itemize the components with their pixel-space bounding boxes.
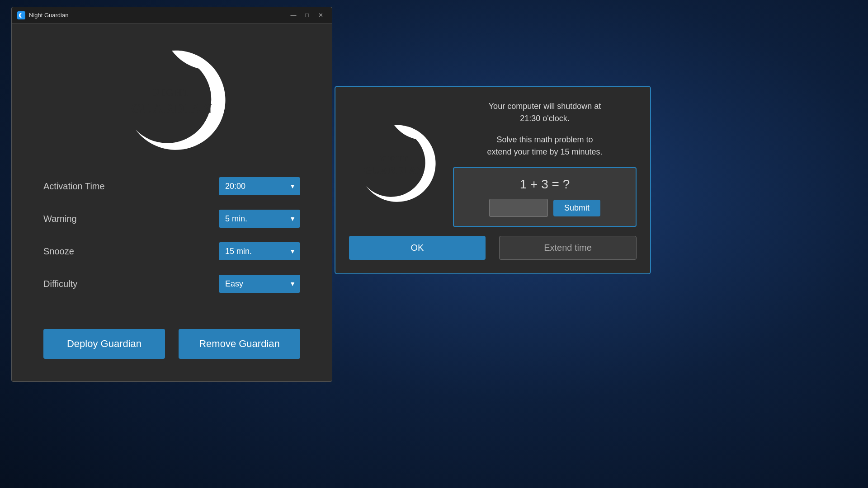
extend-time-button[interactable]: Extend time	[499, 236, 637, 260]
dialog-info: Your computer will shutdown at21:30 o'cl…	[453, 100, 637, 227]
dialog-logo: NIGHT GUARDIAN	[349, 118, 439, 209]
svg-text:GUARDIAN: GUARDIAN	[364, 164, 425, 176]
shutdown-message: Your computer will shutdown at21:30 o'cl…	[453, 100, 637, 125]
app-window: Night Guardian — □ ✕ NIGHT GUARDIAN	[11, 7, 332, 382]
svg-text:NIGHT: NIGHT	[153, 87, 190, 98]
action-buttons: Deploy Guardian Remove Guardian	[30, 329, 314, 359]
activation-time-select[interactable]: 19:00 19:30 20:00 20:30 21:00	[219, 177, 300, 195]
close-button[interactable]: ✕	[315, 10, 326, 20]
app-content: NIGHT GUARDIAN Activation Time 19:00 19:…	[12, 23, 332, 381]
svg-text:NIGHT: NIGHT	[380, 155, 409, 163]
app-icon	[17, 11, 25, 19]
window-controls: — □ ✕	[288, 10, 326, 20]
minimize-button[interactable]: —	[288, 10, 299, 20]
settings-area: Activation Time 19:00 19:30 20:00 20:30 …	[30, 177, 314, 293]
app-logo: NIGHT GUARDIAN	[113, 42, 231, 159]
difficulty-select[interactable]: Easy Medium Hard	[219, 275, 300, 293]
remove-guardian-button[interactable]: Remove Guardian	[179, 329, 300, 359]
math-answer-input[interactable]	[489, 199, 548, 217]
difficulty-wrapper: Easy Medium Hard ▼	[219, 275, 300, 293]
snooze-label: Snooze	[43, 246, 74, 257]
window-title: Night Guardian	[29, 12, 288, 19]
title-bar: Night Guardian — □ ✕	[12, 7, 332, 23]
difficulty-row: Difficulty Easy Medium Hard ▼	[43, 275, 300, 293]
snooze-select[interactable]: 5 min. 10 min. 15 min. 30 min.	[219, 242, 300, 260]
deploy-guardian-button[interactable]: Deploy Guardian	[43, 329, 165, 359]
warning-row: Warning 1 min. 2 min. 5 min. 10 min. 15 …	[43, 210, 300, 228]
snooze-wrapper: 5 min. 10 min. 15 min. 30 min. ▼	[219, 242, 300, 260]
submit-button[interactable]: Submit	[553, 200, 600, 216]
ok-button[interactable]: OK	[349, 236, 486, 260]
shutdown-dialog: NIGHT GUARDIAN Your computer will shutdo…	[335, 86, 651, 274]
warning-wrapper: 1 min. 2 min. 5 min. 10 min. 15 min. ▼	[219, 210, 300, 228]
maximize-button[interactable]: □	[301, 10, 313, 20]
logo-area: NIGHT GUARDIAN	[113, 42, 231, 159]
warning-select[interactable]: 1 min. 2 min. 5 min. 10 min. 15 min.	[219, 210, 300, 228]
activation-time-row: Activation Time 19:00 19:30 20:00 20:30 …	[43, 177, 300, 195]
activation-time-wrapper: 19:00 19:30 20:00 20:30 21:00 ▼	[219, 177, 300, 195]
svg-text:GUARDIAN: GUARDIAN	[131, 101, 213, 116]
difficulty-label: Difficulty	[43, 279, 77, 289]
math-problem-box: 1 + 3 = ? Submit	[453, 167, 637, 227]
warning-label: Warning	[43, 214, 77, 224]
math-problem-text: 1 + 3 = ?	[520, 177, 570, 192]
snooze-row: Snooze 5 min. 10 min. 15 min. 30 min. ▼	[43, 242, 300, 260]
extend-message: Solve this math problem toextend your ti…	[453, 134, 637, 158]
math-input-row: Submit	[489, 199, 600, 217]
dialog-top-area: NIGHT GUARDIAN Your computer will shutdo…	[349, 100, 637, 227]
activation-time-label: Activation Time	[43, 181, 105, 192]
dialog-bottom-buttons: OK Extend time	[349, 236, 637, 260]
